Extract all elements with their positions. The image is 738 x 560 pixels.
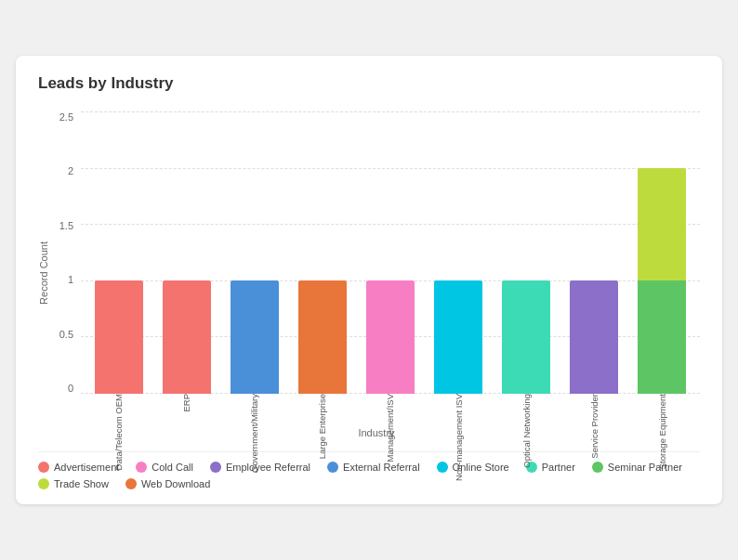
legend-label: Partner bbox=[542, 462, 575, 473]
x-label: Government/Military bbox=[220, 394, 288, 423]
legend-color-dot bbox=[592, 462, 603, 473]
legend-label: Advertisement bbox=[54, 462, 119, 473]
legend-item: Trade Show bbox=[38, 478, 109, 489]
legend-item: Cold Call bbox=[136, 462, 193, 473]
y-tick: 2.5 bbox=[59, 111, 73, 123]
legend-color-dot bbox=[38, 462, 49, 473]
x-label: Large Enterprise bbox=[288, 394, 356, 423]
bar-group bbox=[425, 111, 493, 394]
y-tick: 0.5 bbox=[59, 329, 73, 340]
x-axis-title: Industry bbox=[53, 427, 700, 438]
legend-item: Online Store bbox=[437, 462, 509, 473]
legend-color-dot bbox=[437, 462, 448, 473]
legend-label: Seminar Partner bbox=[608, 462, 682, 473]
bar bbox=[231, 280, 279, 394]
legend-label: Employee Referral bbox=[226, 462, 310, 473]
bars-and-grid: Data/Telecom OEMERPGovernment/MilitaryLa… bbox=[81, 108, 700, 423]
x-label: Management/ISV bbox=[356, 394, 424, 423]
bar-group bbox=[220, 111, 288, 394]
legend-color-dot bbox=[38, 478, 49, 489]
x-label: Optical Networking bbox=[493, 394, 560, 423]
x-label: Data/Telecom OEM bbox=[85, 394, 152, 423]
bar-group bbox=[85, 111, 152, 394]
bar bbox=[163, 280, 211, 394]
bar bbox=[434, 280, 482, 394]
x-label: ERP bbox=[152, 394, 220, 423]
chart-card: Leads by Industry Record Count 00.511.52… bbox=[16, 56, 722, 504]
y-tick: 2 bbox=[68, 165, 73, 176]
y-tick: 1.5 bbox=[59, 220, 73, 231]
bar-group bbox=[356, 111, 424, 394]
legend-label: External Referral bbox=[343, 462, 420, 473]
legend-color-dot bbox=[327, 462, 338, 473]
y-tick: 0 bbox=[68, 383, 73, 394]
bars-container bbox=[81, 111, 700, 394]
legend: AdvertisementCold CallEmployee ReferralE… bbox=[38, 451, 700, 489]
legend-color-dot bbox=[136, 462, 147, 473]
legend-label: Web Download bbox=[141, 478, 210, 489]
legend-item: Seminar Partner bbox=[592, 462, 682, 473]
legend-label: Cold Call bbox=[152, 462, 193, 473]
bar-group bbox=[493, 111, 560, 394]
legend-item: Advertisement bbox=[38, 462, 119, 473]
legend-color-dot bbox=[210, 462, 221, 473]
bar bbox=[95, 280, 143, 394]
x-labels: Data/Telecom OEMERPGovernment/MilitaryLa… bbox=[81, 394, 700, 423]
x-label: Service Provider bbox=[560, 394, 628, 423]
grid-and-bars: 00.511.522.5 Data/Telecom OEMERPGovernme… bbox=[53, 108, 700, 423]
x-label: Storage Equipment bbox=[628, 394, 696, 423]
bar-group bbox=[560, 111, 628, 394]
bar bbox=[366, 280, 415, 394]
legend-item: External Referral bbox=[327, 462, 420, 473]
legend-item: Web Download bbox=[125, 478, 210, 489]
y-tick: 1 bbox=[68, 274, 73, 285]
bar-group bbox=[152, 111, 220, 394]
bar-group bbox=[288, 111, 356, 394]
legend-color-dot bbox=[125, 478, 137, 489]
bar-group bbox=[628, 111, 696, 394]
bar bbox=[502, 280, 550, 394]
chart-title: Leads by Industry bbox=[38, 74, 700, 93]
y-axis-label: Record Count bbox=[38, 241, 49, 305]
legend-item: Employee Referral bbox=[210, 462, 310, 473]
legend-label: Trade Show bbox=[54, 478, 109, 489]
legend-item: Partner bbox=[526, 462, 575, 473]
y-ticks: 00.511.522.5 bbox=[53, 108, 81, 423]
bar bbox=[298, 280, 347, 394]
chart-inner: 00.511.522.5 Data/Telecom OEMERPGovernme… bbox=[53, 108, 700, 438]
bar bbox=[570, 280, 618, 394]
x-label: Non-management ISV bbox=[425, 394, 493, 423]
chart-area: Record Count 00.511.522.5 Data/Telecom O… bbox=[38, 108, 700, 438]
